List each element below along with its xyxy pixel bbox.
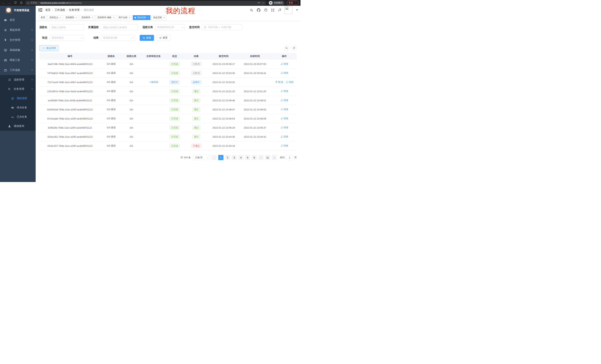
avatar[interactable] — [285, 6, 292, 14]
more-pages-button[interactable]: ··· — [258, 155, 263, 160]
detail-link[interactable]: 详情 — [280, 144, 288, 147]
reload-icon[interactable] — [14, 1, 17, 4]
sidebar-item-home[interactable]: 首页 — [0, 15, 36, 25]
tab-流程表单-编辑[interactable]: 流程表单-编辑× — [96, 15, 116, 20]
detail-link[interactable]: 详情 — [280, 71, 288, 75]
current-task-link[interactable]: 一级审批 — [149, 80, 159, 84]
start-process-button[interactable]: ＋ 发起流程 — [39, 45, 59, 51]
detail-link[interactable]: 详情 — [286, 80, 293, 84]
show-search-button[interactable] — [284, 45, 289, 51]
sidebar-toggle-icon[interactable] — [39, 9, 42, 11]
tags-view: 首页流程定义×流程模型×流程表单×流程表单-编辑×用户分组×我的流程×发起流程× — [36, 14, 300, 21]
cell-status: 已完成 — [166, 141, 183, 150]
tab-发起流程[interactable]: 发起流程× — [151, 15, 166, 20]
help-icon[interactable] — [264, 8, 268, 12]
sidebar-item-process-mgmt[interactable]: 流程管理 — [0, 75, 36, 84]
search-icon[interactable] — [250, 8, 253, 12]
page-size-select[interactable]: 10条/页 — [193, 155, 210, 160]
status-select[interactable]: 请选择状态 — [50, 35, 84, 41]
tab-close-icon[interactable]: × — [76, 16, 77, 19]
forward-icon[interactable]: → — [8, 1, 11, 4]
chevron-down-icon — [181, 26, 183, 28]
refresh-table-button[interactable] — [291, 45, 297, 51]
sidebar-item-payment[interactable]: ¥ 支付管理 — [0, 35, 36, 45]
password-key-icon[interactable] — [258, 1, 260, 5]
sidebar-item-system[interactable]: 系统管理 — [0, 25, 36, 35]
table-row: 7317cec6-7b9b-11ec-b5b7-acde48001122OA 请… — [39, 78, 297, 87]
home-icon[interactable] — [20, 1, 23, 4]
sidebar-item-task-mgmt[interactable]: 任务管理 — [0, 84, 36, 94]
tab-close-icon[interactable]: × — [92, 16, 93, 19]
page-button-11[interactable]: 11 — [265, 155, 270, 160]
sidebar-item-label: 已办任务 — [17, 115, 33, 119]
sidebar-item-label: 流程管理 — [14, 78, 31, 81]
cancel-link[interactable]: 取消 — [275, 80, 283, 84]
cell-current-task — [141, 96, 166, 105]
tab-close-icon[interactable]: × — [163, 16, 165, 19]
search-button[interactable]: 搜索 — [140, 35, 154, 41]
prev-page-button[interactable]: ‹ — [211, 155, 217, 160]
page-button-6[interactable]: 6 — [252, 155, 257, 160]
next-page-button[interactable]: › — [272, 155, 277, 160]
address-bar[interactable]: ⚠ 不安全 dashboard.yudao.iocoder.cn/bpm/tas… — [25, 1, 266, 5]
detail-link[interactable]: 详情 — [280, 126, 288, 129]
sidebar-item-leave-query[interactable]: 请假查询 — [0, 122, 36, 131]
tab-用户分组[interactable]: 用户分组× — [117, 15, 132, 20]
app-logo[interactable]: 芋道管理系统 — [0, 6, 36, 15]
page-button-5[interactable]: 5 — [245, 155, 250, 160]
delete-icon — [275, 81, 278, 84]
sidebar-item-todo-tasks[interactable]: 待办任务 — [0, 103, 36, 112]
status-badge: 已完成 — [169, 116, 180, 121]
goto-prefix-label: 前往 — [280, 156, 285, 159]
result-select[interactable]: 请选择流结果 — [101, 35, 135, 41]
sidebar-item-my-process[interactable]: 我的流程 — [0, 94, 36, 103]
browser-update-button[interactable]: 更新 ⋮ — [287, 1, 299, 5]
sidebar-item-done-tasks[interactable]: 已办任务 — [0, 112, 36, 122]
fullscreen-icon[interactable] — [271, 8, 275, 12]
detail-link[interactable]: 详情 — [280, 62, 288, 66]
tab-流程定义[interactable]: 流程定义× — [48, 15, 63, 20]
status-badge: 进行中 — [169, 80, 180, 84]
reset-button[interactable]: 重置 — [156, 35, 170, 41]
tab-close-icon[interactable]: × — [113, 16, 114, 19]
github-icon[interactable] — [257, 8, 260, 12]
cell-process-name: OA 请假 — [101, 87, 122, 96]
tab-close-icon[interactable]: × — [129, 16, 130, 19]
tab-首页[interactable]: 首页 — [39, 15, 47, 20]
incognito-icon — [269, 1, 272, 5]
tab-流程模型[interactable]: 流程模型× — [64, 15, 79, 20]
tab-close-icon[interactable]: × — [148, 16, 149, 19]
category-select[interactable]: 请选择流程分类 — [155, 24, 185, 30]
detail-link[interactable]: 详情 — [280, 108, 288, 111]
process-name-input[interactable] — [51, 26, 82, 29]
process-definition-input[interactable] — [103, 26, 136, 29]
page-button-1[interactable]: 1 — [218, 155, 223, 160]
goto-page-input[interactable] — [286, 155, 293, 160]
tab-我的流程[interactable]: 我的流程× — [133, 15, 150, 20]
sidebar-item-devtools[interactable]: 研发工具 — [0, 55, 36, 65]
breadcrumb-workflow[interactable]: 工作流程 — [55, 8, 65, 12]
detail-link[interactable]: 详情 — [280, 117, 288, 120]
breadcrumb-home[interactable]: 首页 — [45, 8, 50, 12]
page-button-2[interactable]: 2 — [225, 155, 230, 160]
bookmark-star-icon[interactable]: ☆ — [262, 1, 264, 4]
date-range-picker[interactable]: 开始日期 - 结束日期 — [202, 24, 242, 30]
back-icon[interactable]: ← — [2, 1, 5, 4]
font-size-icon[interactable]: TT — [278, 8, 281, 12]
page-button-3[interactable]: 3 — [232, 155, 237, 160]
action-label: 详情 — [283, 135, 288, 138]
sidebar-item-infra[interactable]: 基础设施 — [0, 45, 36, 55]
sidebar-item-workflow[interactable]: 工作流程 — [0, 65, 36, 75]
toolbox-icon — [4, 58, 7, 62]
detail-link[interactable]: 详情 — [280, 135, 288, 138]
column-header: 当前审批任务 — [141, 53, 166, 59]
detail-link[interactable]: 详情 — [280, 90, 288, 93]
page-button-4[interactable]: 4 — [238, 155, 243, 160]
tab-流程表单[interactable]: 流程表单× — [80, 15, 95, 20]
tab-close-icon[interactable]: × — [60, 16, 61, 19]
detail-link[interactable]: 详情 — [280, 99, 288, 102]
breadcrumb-task-mgmt[interactable]: 任务管理 — [69, 8, 80, 12]
sidebar-item-label: 任务管理 — [14, 87, 31, 91]
browser-menu-icon[interactable]: ⋮ — [295, 2, 297, 4]
avatar-caret-icon[interactable] — [296, 10, 298, 10]
